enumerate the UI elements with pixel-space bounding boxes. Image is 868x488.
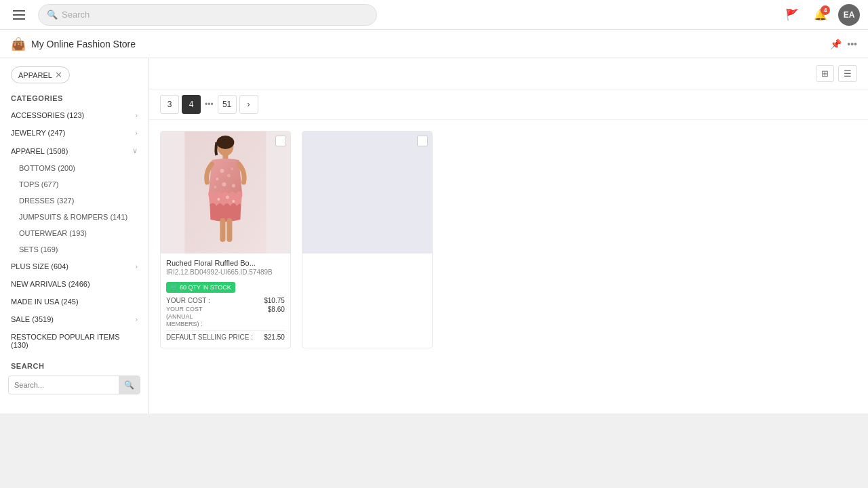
- view-controls: ⊞ ☰: [149, 58, 868, 89]
- more-options-button[interactable]: •••: [847, 39, 857, 49]
- stock-badge: 🛒 60 QTY IN STOCK: [166, 282, 235, 293]
- subcategory-label: TOPS (677): [19, 180, 59, 188]
- category-item-apparel[interactable]: APPAREL (1508) ∨: [0, 142, 149, 160]
- page-3-button[interactable]: 3: [160, 95, 179, 114]
- svg-point-7: [231, 167, 233, 170]
- store-bar: 👜 My Online Fashion Store 📌 •••: [0, 30, 868, 58]
- chevron-right-icon: ›: [135, 315, 138, 323]
- categories-section-title: CATEGORIES: [0, 89, 149, 106]
- subcategory-item-jumpsuits[interactable]: JUMPSUITS & ROMPERS (141): [0, 209, 149, 225]
- grid-view-button[interactable]: ⊞: [816, 65, 834, 82]
- product-image-container-2: [302, 131, 432, 253]
- hamburger-line-3: [13, 18, 25, 20]
- category-label: PLUS SIZE (604): [11, 262, 68, 270]
- category-item-plus-size[interactable]: PLUS SIZE (604) ›: [0, 258, 149, 275]
- subcategory-item-outerwear[interactable]: OUTERWEAR (193): [0, 225, 149, 241]
- chip-label: APPAREL: [18, 71, 52, 79]
- product-image-container: [161, 131, 290, 253]
- pin-button[interactable]: 📌: [830, 39, 842, 49]
- category-item-restocked[interactable]: RESTOCKED POPULAR ITEMS (130): [0, 328, 149, 354]
- subcategory-item-sets[interactable]: SETS (169): [0, 241, 149, 258]
- svg-point-11: [217, 198, 220, 201]
- hamburger-line-2: [13, 14, 25, 16]
- store-icon: 👜: [11, 37, 26, 52]
- product-card-2[interactable]: [302, 131, 433, 348]
- category-label: SALE (3519): [11, 315, 54, 323]
- selling-price-label: DEFAULT SELLING PRICE :: [166, 333, 253, 341]
- main-layout: APPAREL ✕ CATEGORIES ACCESSORIES (123) ›…: [0, 58, 868, 413]
- svg-rect-14: [220, 218, 225, 242]
- pagination: 3 4 ••• 51 ›: [149, 89, 868, 120]
- pin-icon: 📌: [830, 39, 842, 49]
- svg-point-6: [216, 178, 218, 180]
- notifications-badge: 4: [821, 5, 830, 15]
- product-card-ruched-floral[interactable]: Ruched Floral Ruffled Bo... IRI2.12.BD04…: [160, 131, 291, 348]
- category-label: MADE IN USA (245): [11, 298, 79, 306]
- selling-price-row: DEFAULT SELLING PRICE : $21.50: [166, 333, 285, 341]
- page-4-button[interactable]: 4: [182, 95, 201, 114]
- annual-cost-row: YOUR COST (ANNUAL MEMBERS) : $8.60: [166, 306, 285, 327]
- subcategory-label: SETS (169): [19, 245, 58, 253]
- svg-point-5: [227, 174, 231, 178]
- filter-chips-row: APPAREL ✕: [0, 58, 149, 89]
- apparel-filter-chip[interactable]: APPAREL ✕: [11, 66, 70, 83]
- svg-point-9: [214, 186, 216, 188]
- subcategory-item-dresses[interactable]: DRESSES (327): [0, 192, 149, 209]
- notifications-button[interactable]: 🔔 4: [810, 4, 831, 26]
- subcategory-label: OUTERWEAR (193): [19, 229, 87, 237]
- chip-close-icon[interactable]: ✕: [55, 70, 62, 80]
- chevron-right-icon: ›: [135, 111, 138, 119]
- search-bar[interactable]: 🔍 Search: [38, 4, 377, 26]
- product-image-svg: [161, 131, 290, 253]
- flag-button[interactable]: 🚩: [781, 4, 803, 26]
- category-label: JEWELRY (247): [11, 129, 65, 137]
- page-ellipsis: •••: [203, 100, 215, 109]
- product-name: Ruched Floral Ruffled Bo...: [166, 259, 285, 267]
- annual-cost-label: YOUR COST (ANNUAL MEMBERS) :: [166, 306, 220, 327]
- user-avatar-button[interactable]: EA: [838, 4, 860, 26]
- cost-row: YOUR COST : $10.75: [166, 297, 285, 304]
- stock-label: 60 QTY IN STOCK: [180, 284, 231, 291]
- page-51-button[interactable]: 51: [218, 95, 237, 114]
- category-item-sale[interactable]: SALE (3519) ›: [0, 310, 149, 328]
- list-view-button[interactable]: ☰: [838, 65, 857, 82]
- sidebar: APPAREL ✕ CATEGORIES ACCESSORIES (123) ›…: [0, 58, 149, 413]
- category-item-new-arrivals[interactable]: NEW ARRIVALS (2466): [0, 275, 149, 293]
- category-item-made-in-usa[interactable]: MADE IN USA (245): [0, 293, 149, 310]
- top-navigation: 🔍 Search 🚩 🔔 4 EA: [0, 0, 868, 30]
- product-grid: Ruched Floral Ruffled Bo... IRI2.12.BD04…: [149, 120, 868, 359]
- product-checkbox[interactable]: [275, 136, 286, 146]
- category-label: RESTOCKED POPULAR ITEMS (130): [11, 333, 138, 349]
- selling-price-value: $21.50: [264, 333, 285, 341]
- subcategory-item-bottoms[interactable]: BOTTOMS (200): [0, 160, 149, 176]
- grid-view-icon: ⊞: [821, 68, 829, 79]
- next-page-button[interactable]: ›: [239, 95, 258, 114]
- store-name: My Online Fashion Store: [31, 39, 825, 49]
- product-checkbox-2[interactable]: [417, 136, 428, 146]
- search-submit-icon: 🔍: [124, 380, 134, 390]
- subcategory-label: DRESSES (327): [19, 197, 74, 205]
- svg-point-4: [220, 169, 224, 173]
- subcategory-item-tops[interactable]: TOPS (677): [0, 176, 149, 192]
- svg-point-10: [232, 184, 235, 188]
- chevron-down-icon: ∨: [132, 146, 138, 155]
- sidebar-search-button[interactable]: 🔍: [119, 376, 140, 394]
- sidebar-search-container: 🔍: [8, 375, 140, 394]
- nav-right-icons: 🚩 🔔 4 EA: [781, 4, 860, 26]
- product-info: Ruched Floral Ruffled Bo... IRI2.12.BD04…: [161, 253, 290, 348]
- sidebar-search-input[interactable]: [9, 377, 119, 393]
- right-panel: ⊞ ☰ 3 4 ••• 51 ›: [149, 58, 868, 413]
- cart-icon: 🛒: [170, 284, 178, 291]
- category-item-jewelry[interactable]: JEWELRY (247) ›: [0, 124, 149, 142]
- svg-rect-15: [226, 218, 232, 242]
- search-icon: 🔍: [47, 9, 58, 20]
- svg-point-13: [232, 200, 235, 203]
- avatar-initials: EA: [844, 10, 855, 20]
- category-label: ACCESSORIES (123): [11, 111, 84, 119]
- price-divider: [166, 330, 285, 331]
- category-item-accessories[interactable]: ACCESSORIES (123) ›: [0, 106, 149, 124]
- product-sku: IRI2.12.BD04992-UI665.ID.57489B: [166, 268, 285, 276]
- menu-button[interactable]: [8, 4, 30, 26]
- list-view-icon: ☰: [844, 68, 852, 79]
- svg-point-8: [222, 182, 226, 186]
